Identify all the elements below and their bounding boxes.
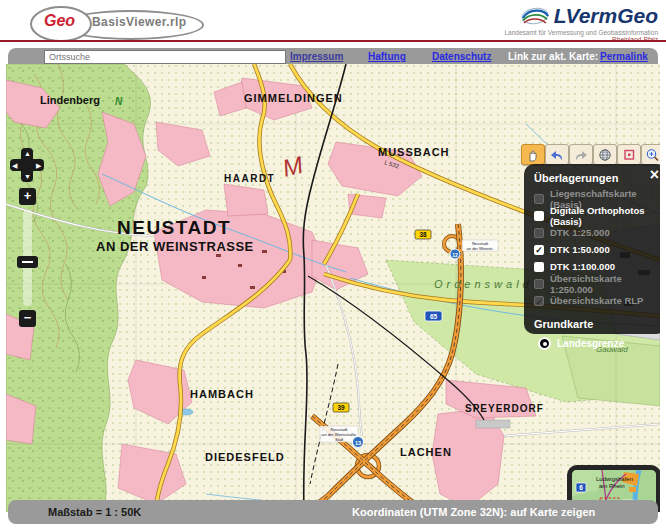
globe-tool-button[interactable] (593, 144, 617, 165)
permalink-label: Link zur akt. Karte: (508, 51, 598, 62)
svg-text:am Rhein: am Rhein (599, 483, 625, 489)
header: Geo BasisViewer.rlp LVermGeo Landesamt f… (0, 0, 666, 40)
pan-control: ▲ ▼ ◀ ▶ (10, 148, 44, 182)
pan-hand-tool-button[interactable] (521, 144, 545, 165)
checkbox-icon[interactable] (534, 279, 544, 289)
svg-text:NEUSTADT: NEUSTADT (117, 217, 231, 238)
panel-close-button[interactable]: × (650, 166, 659, 184)
extent-box-icon (621, 148, 637, 162)
svg-text:SPEYERDORF: SPEYERDORF (465, 403, 544, 414)
svg-text:MUSSBACH: MUSSBACH (378, 146, 450, 158)
layer-digitale-orthophotos[interactable]: Digitale Orthophotos (Basis) (534, 207, 658, 224)
checkbox-icon[interactable] (534, 245, 544, 255)
checkbox-icon[interactable] (534, 211, 544, 221)
map-viewport: Neustadt an der Weinstraße Süd Neustadt … (6, 64, 660, 512)
forward-arrow-icon (573, 148, 589, 162)
permalink-link[interactable]: Permalink (600, 51, 648, 62)
zoom-out-button[interactable]: − (19, 310, 36, 327)
scale-label: Maßstab = 1 : 50K (48, 506, 141, 518)
logo-basisviewer-text: BasisViewer.rlp (92, 15, 187, 29)
base-layer-title: Grundkarte (534, 318, 658, 330)
status-bar: Maßstab = 1 : 50K Koordinaten (UTM Zone … (8, 500, 658, 524)
agency-logo: LVermGeo Landesamt für Vermessung und Ge… (504, 4, 658, 43)
base-layer-landesgrenze[interactable]: Landesgrenze (538, 337, 658, 350)
layer-dtk50[interactable]: DTK 1:50.000 (534, 241, 658, 258)
logo-geo-text: Geo (44, 12, 75, 30)
header-divider (0, 40, 666, 42)
svg-text:an der Weinstr.: an der Weinstr. (467, 246, 494, 251)
layer-label: Digitale Orthophotos (Basis) (550, 205, 658, 227)
magnifier-plus-icon (645, 148, 660, 162)
back-arrow-icon (549, 148, 565, 162)
coordinates-link[interactable]: Koordinaten (UTM Zone 32N): auf Karte ze… (352, 506, 595, 518)
checkbox-icon[interactable] (534, 194, 544, 204)
svg-text:N: N (115, 96, 123, 107)
svg-text:12: 12 (452, 252, 458, 258)
globe-icon (597, 148, 613, 162)
svg-text:39: 39 (337, 404, 345, 411)
checkbox-icon[interactable] (534, 228, 544, 238)
datenschutz-link[interactable]: Datenschutz (432, 51, 491, 62)
hand-icon (525, 148, 541, 162)
svg-text:AN DER WEINSTRASSE: AN DER WEINSTRASSE (96, 239, 254, 254)
geobasisviewer-window: Geo BasisViewer.rlp LVermGeo Landesamt f… (0, 0, 666, 528)
lvermgeo-swirl-icon (520, 5, 550, 27)
layer-uebersichtskarte-rlp[interactable]: Übersichtskarte RLP (534, 292, 658, 309)
agency-name: LVermGeo (554, 4, 658, 28)
layer-label: Übersichtskarte 1:250.000 (550, 273, 658, 295)
search-input[interactable] (44, 50, 286, 64)
svg-text:DIEDESFELD: DIEDESFELD (205, 451, 285, 463)
top-toolbar: Impressum Haftung Datenschutz Link zur a… (8, 48, 658, 65)
svg-text:GIMMELDINGEN: GIMMELDINGEN (244, 92, 343, 104)
zoom-slider-handle[interactable] (17, 256, 38, 268)
layer-uebersichtskarte-250[interactable]: Übersichtskarte 1:250.000 (534, 275, 658, 292)
svg-text:Ludwigshafen: Ludwigshafen (596, 476, 633, 482)
svg-text:38: 38 (419, 231, 427, 238)
svg-text:6: 6 (579, 484, 583, 491)
impressum-link[interactable]: Impressum (290, 51, 343, 62)
checkbox-icon[interactable] (534, 296, 544, 306)
history-back-button[interactable] (545, 144, 569, 165)
layer-label: DTK 1:25.000 (550, 227, 610, 238)
agency-subtitle: Landesamt für Vermessung und Geobasisinf… (504, 29, 658, 36)
svg-text:HAARDT: HAARDT (224, 173, 275, 184)
svg-text:HAMBACH: HAMBACH (190, 388, 254, 400)
pan-right-button[interactable]: ▶ (36, 162, 41, 169)
radio-label: Landesgrenze (557, 338, 624, 349)
history-forward-button[interactable] (569, 144, 593, 165)
layers-panel: × Überlagerungen Liegenschaftskarte (Bas… (524, 164, 660, 334)
layer-label: Übersichtskarte RLP (550, 295, 643, 306)
svg-text:Süd: Süd (335, 437, 343, 442)
layer-label: DTK 1:50.000 (550, 244, 610, 255)
checkbox-icon[interactable] (534, 262, 544, 272)
zoom-in-button[interactable]: + (19, 188, 36, 205)
svg-text:LACHEN: LACHEN (400, 446, 452, 458)
layer-label: DTK 1:100.000 (550, 261, 615, 272)
pan-down-button[interactable]: ▼ (24, 173, 31, 180)
radio-icon[interactable] (538, 337, 551, 350)
layer-dtk25[interactable]: DTK 1:25.000 (534, 224, 658, 241)
zoom-in-tool-button[interactable] (641, 144, 660, 165)
svg-text:65: 65 (430, 313, 438, 320)
svg-text:Lindenberg: Lindenberg (40, 94, 100, 106)
pan-up-button[interactable]: ▲ (24, 150, 31, 157)
pan-left-button[interactable]: ◀ (12, 162, 17, 169)
svg-text:13: 13 (355, 440, 361, 446)
svg-text:Ordenswald: Ordenswald (434, 278, 533, 290)
zoom-extent-button[interactable] (617, 144, 641, 165)
haftung-link[interactable]: Haftung (368, 51, 406, 62)
layers-panel-title: Überlagerungen (534, 172, 658, 184)
